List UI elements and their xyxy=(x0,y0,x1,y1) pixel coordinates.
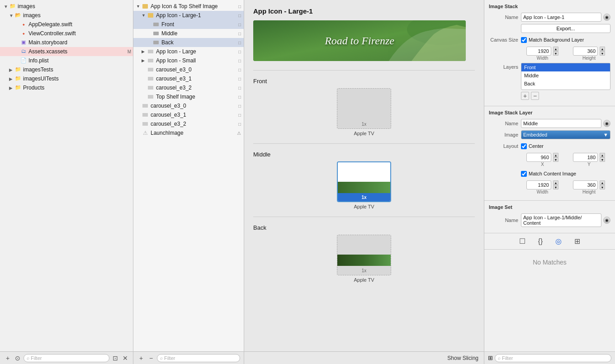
layer-name-circle-button[interactable]: ◉ xyxy=(603,120,610,127)
add-layer-button[interactable]: + xyxy=(521,92,529,100)
file-tab-icon[interactable]: ☐ xyxy=(517,236,527,246)
grid-tab-icon[interactable]: ⊞ xyxy=(572,236,582,246)
image-dropdown[interactable]: Embedded ▼ xyxy=(521,130,610,139)
folder-icon: 📁 xyxy=(9,3,16,9)
x-up-arrow[interactable]: ▲ xyxy=(553,153,558,157)
add-asset-button[interactable]: + xyxy=(137,354,145,362)
imageset-name-field[interactable]: App Icon - Large-1/Middle/Content xyxy=(521,213,601,227)
layer-height-down[interactable]: ▼ xyxy=(600,185,605,189)
name-circle-button[interactable]: ◉ xyxy=(603,14,610,21)
tree-item-imagesuitests[interactable]: ▶ 📁 imagesUITests xyxy=(0,74,133,83)
layer-width-stepper[interactable]: ▲ ▼ xyxy=(553,180,558,189)
add-file-button[interactable]: + xyxy=(4,354,12,362)
height-stepper[interactable]: ▲ ▼ xyxy=(600,47,605,56)
y-up-arrow[interactable]: ▲ xyxy=(600,153,605,157)
asset-filter-box[interactable]: ⌕ Filter xyxy=(157,354,240,362)
match-bg-checkbox[interactable] xyxy=(521,37,527,43)
tree-item-appdelegate[interactable]: ⬥ AppDelegate.swift xyxy=(0,20,133,29)
main-content-panel: App Icon - Large-1 xyxy=(244,0,484,364)
layer-row-back[interactable]: Back xyxy=(521,80,610,88)
expand-arrow: ▶ xyxy=(9,67,14,72)
image-set-section: Image Set Name App Icon - Large-1/Middle… xyxy=(484,201,615,233)
asset-item-carousel2b[interactable]: carousel_e3_2 □ xyxy=(133,119,244,128)
asset-item-front[interactable]: Front □ xyxy=(133,20,244,29)
tree-item-infoplist[interactable]: 📄 Info.plist xyxy=(0,56,133,65)
image-stack-section: Image Stack Name App Icon - Large-1 ◉ Ex… xyxy=(484,0,615,106)
layer-row-middle[interactable]: Middle xyxy=(521,71,610,80)
asset-item-appiconlarge1[interactable]: ▼ App Icon - Large-1 □ xyxy=(133,11,244,20)
name-field[interactable]: App Icon - Large-1 xyxy=(521,13,601,22)
name-field-container: App Icon - Large-1 ◉ xyxy=(521,13,610,22)
y-stepper[interactable]: ▲ ▼ xyxy=(600,153,605,162)
tree-item-images-sub[interactable]: ▼ 📂 images xyxy=(0,11,133,20)
tree-item-mainstoryboard[interactable]: ▣ Main.storyboard xyxy=(0,38,133,47)
layer-height-field[interactable]: 360 xyxy=(573,180,598,189)
layer-width-field[interactable]: 1920 xyxy=(526,180,551,189)
asset-item-middle[interactable]: Middle □ xyxy=(133,29,244,38)
asset-item-back[interactable]: Back □ xyxy=(133,38,244,47)
asset-item-appiconsmall[interactable]: ▶ App Icon - Small □ xyxy=(133,56,244,65)
layer-width-down[interactable]: ▼ xyxy=(553,185,558,189)
layer-height-stepper[interactable]: ▲ ▼ xyxy=(600,180,605,189)
canvas-dimensions-row: 1920 ▲ ▼ Width 360 xyxy=(489,47,610,61)
asset-label: Middle xyxy=(161,30,237,37)
asset-item-appicon-shelf[interactable]: ▼ App Icon & Top Shelf Image □ xyxy=(133,2,244,11)
asset-item-topshelf[interactable]: Top Shelf Image □ xyxy=(133,92,244,101)
middle-slot-box[interactable]: 1x xyxy=(337,161,391,202)
asset-item-launchimage[interactable]: ⚠ LaunchImage ⚠ xyxy=(133,128,244,137)
y-field[interactable]: 180 xyxy=(573,153,598,162)
asset-item-carousel1a[interactable]: carousel_e3_1 □ xyxy=(133,74,244,83)
back-slot-box[interactable]: 1x xyxy=(337,235,391,275)
height-up-arrow[interactable]: ▲ xyxy=(600,47,605,51)
asset-item-carousel1b[interactable]: carousel_e3_1 □ xyxy=(133,110,244,119)
width-up-arrow[interactable]: ▲ xyxy=(553,47,558,51)
width-stepper[interactable]: ▲ ▼ xyxy=(553,47,558,56)
y-down-arrow[interactable]: ▼ xyxy=(600,157,605,162)
remove-layer-button[interactable]: − xyxy=(531,92,539,100)
layer-row-front[interactable]: Front xyxy=(521,63,610,71)
inspector-tab-bar: ☐ {} ◎ ⊞ xyxy=(484,233,615,250)
height-down-arrow[interactable]: ▼ xyxy=(600,51,605,56)
imageset-name-circle-button[interactable]: ◉ xyxy=(603,217,610,224)
tree-item-viewcontroller[interactable]: ⬥ ViewController.swift xyxy=(0,29,133,38)
left-panel-bottom-bar: + ⊙ ⌕ Filter ⊡ ✕ xyxy=(0,351,133,364)
code-tab-icon[interactable]: {} xyxy=(536,236,545,246)
layer-name-field[interactable]: Middle xyxy=(521,119,601,128)
front-slot-box[interactable]: 1x xyxy=(337,88,391,129)
tree-item-imagestests[interactable]: ▶ 📁 imagesTests xyxy=(0,65,133,74)
x-down-arrow[interactable]: ▼ xyxy=(553,157,558,162)
width-down-arrow[interactable]: ▼ xyxy=(553,51,558,56)
height-field[interactable]: 360 xyxy=(573,47,598,56)
asset-title: App Icon - Large-1 xyxy=(253,7,475,15)
asset-item-appiconlarge[interactable]: ▶ App Icon - Large □ xyxy=(133,47,244,56)
right-filter-bar: ⊞ ⌕ Filter xyxy=(484,351,615,364)
tree-item-products[interactable]: ▶ 📁 Products xyxy=(0,83,133,92)
tree-item-assets[interactable]: 🗂 Assets.xcassets M xyxy=(0,47,133,56)
expand-arrow: ▼ xyxy=(136,4,142,9)
file-tree: ▼ 📁 images ▼ 📂 images ⬥ AppDelegate.swif… xyxy=(0,0,133,351)
asset-tree: ▼ App Icon & Top Shelf Image □ ▼ App Ico… xyxy=(133,0,244,351)
width-field[interactable]: 1920 xyxy=(526,47,551,56)
target-tab-icon[interactable]: ◎ xyxy=(554,236,563,246)
x-field[interactable]: 960 xyxy=(526,153,551,162)
asset-item-carousel0b[interactable]: carousel_e3_0 □ xyxy=(133,101,244,110)
layer-name-label: Name xyxy=(489,121,518,126)
match-content-checkbox[interactable] xyxy=(521,171,527,177)
filter-clear-button[interactable]: ✕ xyxy=(121,354,129,362)
asset-item-carousel0a[interactable]: carousel_e3_0 □ xyxy=(133,65,244,74)
remove-asset-button[interactable]: − xyxy=(147,354,155,362)
right-filter-box[interactable]: ⌕ Filter xyxy=(495,354,611,362)
imageset-icon xyxy=(142,103,149,109)
filter-view-button[interactable]: ⊙ xyxy=(14,354,22,362)
show-slicing-button[interactable]: Show Slicing xyxy=(447,355,478,361)
asset-item-carousel2a[interactable]: carousel_e3_2 □ xyxy=(133,83,244,92)
file-filter-box[interactable]: ⌕ Filter xyxy=(24,354,109,362)
layer-width-up[interactable]: ▲ xyxy=(553,180,558,185)
front-image-slot: 1x Apple TV xyxy=(253,88,475,136)
layer-height-up[interactable]: ▲ xyxy=(600,180,605,185)
tree-item-images-root[interactable]: ▼ 📁 images xyxy=(0,2,133,11)
x-stepper[interactable]: ▲ ▼ xyxy=(553,153,558,162)
export-button[interactable]: Export... xyxy=(521,24,610,33)
filter-options-button[interactable]: ⊡ xyxy=(111,354,119,362)
center-checkbox[interactable] xyxy=(521,143,527,149)
